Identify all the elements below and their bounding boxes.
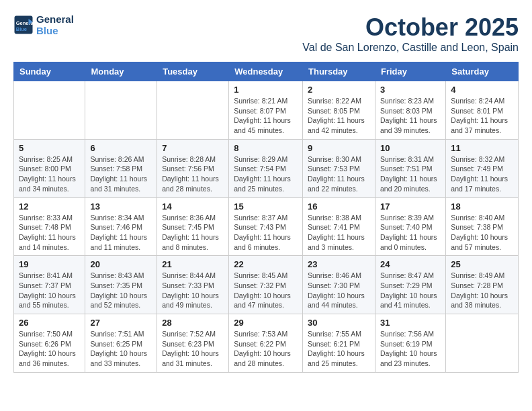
weekday-header-row: SundayMondayTuesdayWednesdayThursdayFrid… <box>14 62 519 81</box>
day-info: Sunrise: 8:34 AMSunset: 7:46 PMDaylight:… <box>90 213 152 253</box>
logo-text: General Blue <box>36 13 74 36</box>
calendar-week-row: 5Sunrise: 8:25 AMSunset: 8:00 PMDaylight… <box>14 139 519 197</box>
day-number: 4 <box>451 85 513 95</box>
weekday-header-monday: Monday <box>85 62 157 81</box>
calendar-cell: 9Sunrise: 8:30 AMSunset: 7:53 PMDaylight… <box>303 139 375 197</box>
day-number: 18 <box>451 201 513 212</box>
svg-text:Blue: Blue <box>16 26 27 32</box>
day-number: 1 <box>234 85 298 95</box>
day-number: 7 <box>162 143 224 153</box>
calendar-cell: 11Sunrise: 8:32 AMSunset: 7:49 PMDayligh… <box>446 139 519 197</box>
calendar-cell: 20Sunrise: 8:43 AMSunset: 7:35 PMDayligh… <box>85 256 157 314</box>
day-number: 16 <box>308 201 370 212</box>
day-number: 2 <box>308 85 370 95</box>
weekday-header-tuesday: Tuesday <box>157 62 229 81</box>
day-number: 13 <box>90 201 152 212</box>
calendar-cell: 6Sunrise: 8:26 AMSunset: 7:58 PMDaylight… <box>85 139 157 197</box>
day-info: Sunrise: 8:40 AMSunset: 7:38 PMDaylight:… <box>451 213 513 253</box>
day-info: Sunrise: 8:47 AMSunset: 7:29 PMDaylight:… <box>380 271 441 310</box>
calendar-cell: 1Sunrise: 8:21 AMSunset: 8:07 PMDaylight… <box>229 81 303 140</box>
calendar-cell: 19Sunrise: 8:41 AMSunset: 7:37 PMDayligh… <box>14 256 85 314</box>
day-info: Sunrise: 8:41 AMSunset: 7:37 PMDaylight:… <box>19 271 80 310</box>
calendar-week-row: 19Sunrise: 8:41 AMSunset: 7:37 PMDayligh… <box>14 256 519 314</box>
day-info: Sunrise: 7:53 AMSunset: 6:22 PMDaylight:… <box>234 329 298 369</box>
day-number: 30 <box>308 318 370 328</box>
day-info: Sunrise: 8:46 AMSunset: 7:30 PMDaylight:… <box>308 271 370 310</box>
day-number: 25 <box>451 259 513 269</box>
calendar-cell: 4Sunrise: 8:24 AMSunset: 8:01 PMDaylight… <box>446 81 519 140</box>
day-number: 19 <box>19 259 80 269</box>
day-number: 15 <box>234 201 298 212</box>
day-number: 21 <box>162 259 224 269</box>
day-info: Sunrise: 8:45 AMSunset: 7:32 PMDaylight:… <box>234 271 298 310</box>
day-number: 14 <box>162 201 224 212</box>
calendar-cell: 28Sunrise: 7:52 AMSunset: 6:23 PMDayligh… <box>157 314 229 373</box>
day-number: 12 <box>19 201 80 212</box>
day-info: Sunrise: 7:50 AMSunset: 6:26 PMDaylight:… <box>19 329 80 369</box>
logo: General Blue General Blue <box>13 13 74 36</box>
calendar-cell: 13Sunrise: 8:34 AMSunset: 7:46 PMDayligh… <box>85 197 157 256</box>
day-number: 29 <box>234 318 298 328</box>
calendar-week-row: 26Sunrise: 7:50 AMSunset: 6:26 PMDayligh… <box>14 314 519 373</box>
day-info: Sunrise: 8:25 AMSunset: 8:00 PMDaylight:… <box>19 154 80 194</box>
calendar-cell: 23Sunrise: 8:46 AMSunset: 7:30 PMDayligh… <box>303 256 375 314</box>
day-number: 3 <box>380 85 441 95</box>
day-info: Sunrise: 8:21 AMSunset: 8:07 PMDaylight:… <box>234 96 298 136</box>
calendar-cell: 10Sunrise: 8:31 AMSunset: 7:51 PMDayligh… <box>375 139 445 197</box>
calendar-week-row: 1Sunrise: 8:21 AMSunset: 8:07 PMDaylight… <box>14 81 519 140</box>
calendar-cell: 3Sunrise: 8:23 AMSunset: 8:03 PMDaylight… <box>375 81 445 140</box>
calendar-cell: 31Sunrise: 7:56 AMSunset: 6:19 PMDayligh… <box>375 314 445 373</box>
calendar-table: SundayMondayTuesdayWednesdayThursdayFrid… <box>13 62 519 373</box>
day-number: 27 <box>90 318 152 328</box>
calendar-cell: 22Sunrise: 8:45 AMSunset: 7:32 PMDayligh… <box>229 256 303 314</box>
day-number: 31 <box>380 318 441 328</box>
day-info: Sunrise: 8:37 AMSunset: 7:43 PMDaylight:… <box>234 213 298 253</box>
calendar-cell: 24Sunrise: 8:47 AMSunset: 7:29 PMDayligh… <box>375 256 445 314</box>
weekday-header-saturday: Saturday <box>446 62 519 81</box>
day-info: Sunrise: 7:56 AMSunset: 6:19 PMDaylight:… <box>380 329 441 369</box>
calendar-cell: 7Sunrise: 8:28 AMSunset: 7:56 PMDaylight… <box>157 139 229 197</box>
calendar-cell <box>446 314 519 373</box>
weekday-header-thursday: Thursday <box>303 62 375 81</box>
calendar-cell: 21Sunrise: 8:44 AMSunset: 7:33 PMDayligh… <box>157 256 229 314</box>
day-number: 10 <box>380 143 441 153</box>
calendar-cell: 14Sunrise: 8:36 AMSunset: 7:45 PMDayligh… <box>157 197 229 256</box>
calendar-cell: 5Sunrise: 8:25 AMSunset: 8:00 PMDaylight… <box>14 139 85 197</box>
day-info: Sunrise: 8:24 AMSunset: 8:01 PMDaylight:… <box>451 96 513 136</box>
calendar-cell: 18Sunrise: 8:40 AMSunset: 7:38 PMDayligh… <box>446 197 519 256</box>
day-number: 23 <box>308 259 370 269</box>
day-number: 24 <box>380 259 441 269</box>
day-number: 11 <box>451 143 513 153</box>
calendar-cell: 16Sunrise: 8:38 AMSunset: 7:41 PMDayligh… <box>303 197 375 256</box>
day-info: Sunrise: 8:31 AMSunset: 7:51 PMDaylight:… <box>380 154 441 194</box>
calendar-cell <box>157 81 229 140</box>
calendar-cell <box>85 81 157 140</box>
calendar-cell: 30Sunrise: 7:55 AMSunset: 6:21 PMDayligh… <box>303 314 375 373</box>
title-section: October 2025 Val de San Lorenzo, Castill… <box>302 13 519 54</box>
day-number: 17 <box>380 201 441 212</box>
calendar-cell: 2Sunrise: 8:22 AMSunset: 8:05 PMDaylight… <box>303 81 375 140</box>
calendar-cell: 27Sunrise: 7:51 AMSunset: 6:25 PMDayligh… <box>85 314 157 373</box>
day-number: 28 <box>162 318 224 328</box>
weekday-header-friday: Friday <box>375 62 445 81</box>
day-info: Sunrise: 8:33 AMSunset: 7:48 PMDaylight:… <box>19 213 80 253</box>
day-info: Sunrise: 8:39 AMSunset: 7:40 PMDaylight:… <box>380 213 441 253</box>
day-info: Sunrise: 8:28 AMSunset: 7:56 PMDaylight:… <box>162 154 224 194</box>
calendar-cell: 12Sunrise: 8:33 AMSunset: 7:48 PMDayligh… <box>14 197 85 256</box>
day-info: Sunrise: 8:49 AMSunset: 7:28 PMDaylight:… <box>451 271 513 310</box>
calendar-cell: 15Sunrise: 8:37 AMSunset: 7:43 PMDayligh… <box>229 197 303 256</box>
day-number: 9 <box>308 143 370 153</box>
page-header: General Blue General Blue October 2025 V… <box>13 13 519 56</box>
calendar-cell: 29Sunrise: 7:53 AMSunset: 6:22 PMDayligh… <box>229 314 303 373</box>
calendar-cell: 25Sunrise: 8:49 AMSunset: 7:28 PMDayligh… <box>446 256 519 314</box>
day-info: Sunrise: 8:23 AMSunset: 8:03 PMDaylight:… <box>380 96 441 136</box>
calendar-cell: 26Sunrise: 7:50 AMSunset: 6:26 PMDayligh… <box>14 314 85 373</box>
logo-icon: General Blue <box>13 15 34 35</box>
calendar-cell <box>14 81 85 140</box>
day-info: Sunrise: 8:38 AMSunset: 7:41 PMDaylight:… <box>308 213 370 253</box>
day-info: Sunrise: 8:36 AMSunset: 7:45 PMDaylight:… <box>162 213 224 253</box>
calendar-cell: 8Sunrise: 8:29 AMSunset: 7:54 PMDaylight… <box>229 139 303 197</box>
day-info: Sunrise: 8:29 AMSunset: 7:54 PMDaylight:… <box>234 154 298 194</box>
weekday-header-sunday: Sunday <box>14 62 85 81</box>
day-number: 26 <box>19 318 80 328</box>
